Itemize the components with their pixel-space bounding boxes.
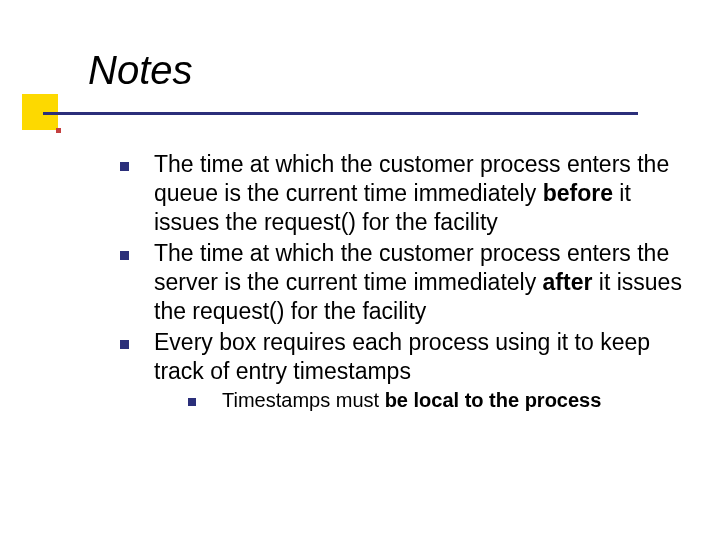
title-area: Notes [0, 0, 720, 92]
square-bullet-icon [120, 251, 129, 260]
title-underline [43, 112, 638, 115]
slide-title: Notes [88, 48, 720, 92]
square-bullet-icon [120, 162, 129, 171]
text-bold: be local to the process [385, 389, 602, 411]
bullet-text: Every box requires each process using it… [154, 329, 650, 384]
text-bold: after [543, 269, 593, 295]
accent-dot [56, 128, 61, 133]
bullet-item: The time at which the customer process e… [120, 150, 686, 237]
sub-bullet-item: Timestamps must be local to the process [188, 388, 686, 413]
bullet-text: The time at which the customer process e… [154, 151, 669, 235]
slide: Notes The time at which the customer pro… [0, 0, 720, 540]
bullet-item: The time at which the customer process e… [120, 239, 686, 326]
content-area: The time at which the customer process e… [120, 150, 686, 415]
square-bullet-icon [188, 398, 196, 406]
square-bullet-icon [120, 340, 129, 349]
bullet-text: The time at which the customer process e… [154, 240, 682, 324]
bullet-item: Every box requires each process using it… [120, 328, 686, 413]
text-run: Timestamps must [222, 389, 385, 411]
text-bold: before [543, 180, 613, 206]
sub-bullet-text: Timestamps must be local to the process [222, 389, 601, 411]
